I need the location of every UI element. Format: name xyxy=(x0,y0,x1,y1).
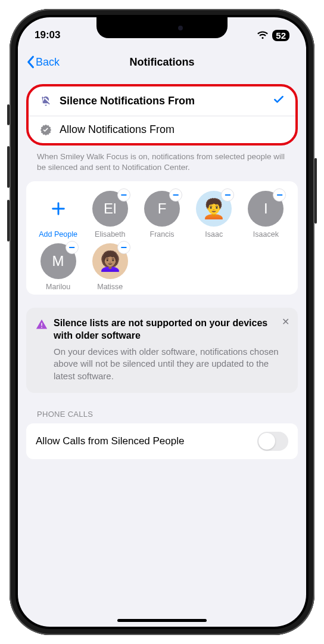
battery-icon: 52 xyxy=(272,30,289,41)
notice-title: Silence lists are not supported on your … xyxy=(54,317,288,342)
iphone-frame: 19:03 52 Back Notifications S xyxy=(10,9,314,635)
person-elisabeth[interactable]: El − Elisabeth xyxy=(86,191,133,239)
mode-footer-text: When Smiley Walk Focus is on, notificati… xyxy=(26,149,298,181)
plus-icon xyxy=(40,191,76,227)
person-label: Marilou xyxy=(46,283,70,291)
avatar: 🧑‍🦱 − xyxy=(196,191,232,227)
notch xyxy=(96,17,228,38)
avatar: 👩🏽‍🦱 − xyxy=(92,243,128,279)
option-silence[interactable]: Silence Notifications From xyxy=(29,86,295,116)
page-title: Notifications xyxy=(129,56,194,69)
bell-slash-icon xyxy=(39,95,52,107)
person-isaac[interactable]: 🧑‍🦱 − Isaac xyxy=(191,191,238,239)
close-icon[interactable]: ✕ xyxy=(282,316,289,327)
checkmark-icon xyxy=(273,94,285,109)
person-label: Elisabeth xyxy=(95,230,125,239)
person-matisse[interactable]: 👩🏽‍🦱 − Matisse xyxy=(86,243,133,291)
avatar: M − xyxy=(40,243,76,279)
warning-icon xyxy=(36,318,48,333)
volume-down xyxy=(7,200,10,242)
person-label: Isaac xyxy=(205,230,223,239)
volume-up xyxy=(7,146,10,188)
person-label: Francis xyxy=(150,230,175,239)
person-label: Matisse xyxy=(97,283,123,291)
home-indicator[interactable] xyxy=(117,619,207,622)
compatibility-notice: ✕ Silence lists are not supported on you… xyxy=(26,308,298,392)
add-people-label: Add People xyxy=(39,230,77,239)
avatar: F − xyxy=(144,191,180,227)
screen: 19:03 52 Back Notifications S xyxy=(18,17,306,627)
power-button xyxy=(314,158,317,224)
allow-calls-label: Allow Calls from Silenced People xyxy=(36,435,184,447)
back-label: Back xyxy=(36,56,60,69)
people-grid: Add People El − Elisabeth F − xyxy=(35,191,289,291)
add-people-button[interactable]: Add People xyxy=(35,191,82,239)
status-time: 19:03 xyxy=(35,29,60,41)
person-francis[interactable]: F − Francis xyxy=(138,191,185,239)
person-isaacek[interactable]: I − Isaacek xyxy=(242,191,289,239)
allow-calls-row: Allow Calls from Silenced People xyxy=(26,423,298,459)
phone-calls-header: Phone Calls xyxy=(26,393,298,423)
chevron-left-icon xyxy=(26,55,35,69)
mute-switch xyxy=(7,104,10,125)
wifi-icon xyxy=(257,31,269,39)
remove-icon[interactable]: − xyxy=(169,188,182,202)
avatar: El − xyxy=(92,191,128,227)
remove-icon[interactable]: − xyxy=(117,241,130,254)
remove-icon[interactable]: − xyxy=(117,188,130,202)
avatar: I − xyxy=(248,191,284,227)
allow-calls-toggle[interactable] xyxy=(257,432,288,451)
person-label: Isaacek xyxy=(253,230,279,239)
notice-body: On your devices with older software, not… xyxy=(54,346,288,382)
notification-mode-group: Silence Notifications From Allow Notific… xyxy=(26,84,298,145)
option-silence-label: Silence Notifications From xyxy=(60,95,266,107)
badge-check-icon xyxy=(39,124,52,136)
back-button[interactable]: Back xyxy=(26,55,60,69)
nav-bar: Back Notifications xyxy=(18,47,306,77)
people-card: Add People El − Elisabeth F − xyxy=(26,181,298,295)
option-allow[interactable]: Allow Notifications From xyxy=(29,116,295,143)
remove-icon[interactable]: − xyxy=(273,188,286,202)
option-allow-label: Allow Notifications From xyxy=(60,123,285,136)
remove-icon[interactable]: − xyxy=(66,241,79,254)
remove-icon[interactable]: − xyxy=(221,188,234,202)
person-marilou[interactable]: M − Marilou xyxy=(35,243,82,291)
